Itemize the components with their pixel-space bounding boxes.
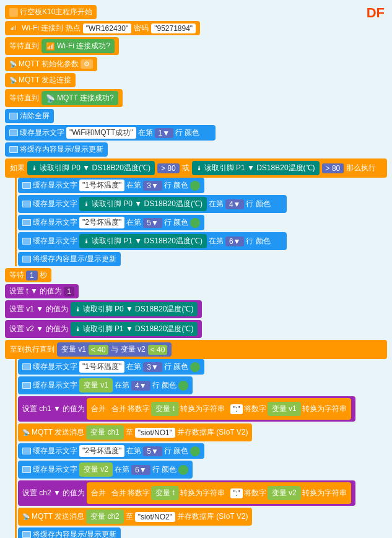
block-row-set-v2: 设置 v2 ▼ 的值为 🌡 读取引脚 P1 ▼ DS18B20温度(℃) — [5, 320, 387, 338]
var-v2-2[interactable]: 变量 v2 — [268, 486, 301, 500]
color-green5 — [190, 446, 200, 456]
screen-icon — [9, 113, 18, 119]
op-lt2: < 40 — [148, 345, 168, 355]
mqtt-icon4: 📡 — [22, 429, 30, 436]
color-green4 — [178, 381, 188, 391]
var-v1[interactable]: 变量 v1 — [79, 378, 113, 393]
set-ch1-block[interactable]: 设置 ch1 ▼ 的值为 合并 合并 将数字 变量 t 转换为字符串 ":" — [18, 396, 355, 422]
color-blue1 — [201, 128, 211, 138]
line-4: 4▼ — [225, 199, 245, 209]
loop-refresh-block[interactable]: 将缓存内容显示/显示更新 — [18, 527, 121, 538]
main-container: DF 行空板K10主程序开始 📶 Wi-Fi 连接到 热点 "WR162430"… — [0, 0, 392, 538]
wait-wifi-block[interactable]: 等待直到 📶 Wi-Fi 连接成功? — [5, 37, 119, 55]
block-row-mqtt-connect: 📡 MQTT 发起连接 — [5, 73, 387, 87]
line-6: 6▼ — [225, 236, 245, 246]
start-icon — [9, 8, 18, 17]
loop-display3[interactable]: 缓存显示文字 "2号坏温度" 在第 5▼ 行 颜色 — [18, 443, 204, 459]
wifi-success-block[interactable]: 📶 Wi-Fi 连接成功? — [41, 39, 115, 53]
if-display1[interactable]: 缓存显示文字 "1号坏温度" 在第 3▼ 行 颜色 — [18, 178, 204, 193]
block-row-set-t: 设置 t ▼ 的值为 1 — [5, 284, 387, 298]
line-3: 3▼ — [143, 181, 162, 191]
set-v2-block[interactable]: 设置 v2 ▼ 的值为 🌡 读取引脚 P1 ▼ DS18B20温度(℃) — [5, 320, 202, 338]
op-lt1: < 40 — [89, 345, 108, 355]
var-v2[interactable]: 变量 v2 — [79, 462, 113, 477]
if-block[interactable]: 如果 🌡 读取引脚 P0 ▼ DS18B20温度(℃) > 80 或 🌡 读取引… — [5, 158, 387, 178]
wifi-connect-block[interactable]: 📶 Wi-Fi 连接到 热点 "WR162430" 密码 "95271894" — [5, 21, 200, 35]
concat-inner2[interactable]: 合并 将数字 变量 t 转换为字符串 — [107, 484, 229, 502]
screen-icon4 — [22, 182, 31, 189]
mqtt-init-block[interactable]: 📡 MQTT 初始化参数 ⚙ — [5, 57, 97, 71]
refresh1-block[interactable]: 将缓存内容显示/显示更新 — [5, 142, 108, 157]
var-ch2[interactable]: 变量 ch2 — [86, 510, 124, 524]
line-5b: 5▼ — [143, 446, 162, 456]
set-v1-block[interactable]: 设置 v1 ▼ 的值为 🌡 读取引脚 P0 ▼ DS18B20温度(℃) — [5, 300, 202, 318]
concat-inner1[interactable]: 合并 将数字 变量 t 转换为字符串 — [107, 400, 229, 418]
loop-set-ch1: 设置 ch1 ▼ 的值为 合并 合并 将数字 变量 t 转换为字符串 ":" — [18, 396, 387, 422]
set-ch2-block[interactable]: 设置 ch2 ▼ 的值为 合并 合并 将数字 变量 t 转换为字符串 ":" — [18, 480, 355, 506]
mqtt-send2-block[interactable]: 📡 MQTT 发送消息 变量 ch2 至 "siot/NO2" 并存数据库 (S… — [18, 508, 252, 526]
line-4b: 4▼ — [131, 381, 150, 391]
block-row-display-wifi: 缓存显示文字 "WiFi和MQTT成功" 在第 1▼ 行 颜色 — [5, 125, 387, 141]
mqtt-icon2: 📡 — [9, 77, 17, 84]
wait1-block[interactable]: 等待 1 秒 — [5, 268, 51, 282]
topic2: "siot/NO2" — [135, 512, 175, 522]
loop-display2[interactable]: 缓存显示文字 变量 v1 在第 4▼ 行 颜色 — [18, 376, 193, 394]
var-t2[interactable]: 变量 t — [151, 486, 179, 500]
start-block[interactable]: 行空板K10主程序开始 — [5, 5, 97, 19]
wifi-str: "WiFi和MQTT成功" — [66, 127, 136, 139]
loop-display4[interactable]: 缓存显示文字 变量 v2 在第 6▼ 行 颜色 — [18, 461, 193, 479]
wait-mqtt-block[interactable]: 等待直到 📡 MQTT 连接成功? — [5, 89, 123, 107]
temp-val2[interactable]: 🌡 读取引脚 P1 ▼ DS18B20温度(℃) — [79, 234, 207, 248]
temp-cond1[interactable]: 🌡 读取引脚 P0 ▼ DS18B20温度(℃) — [27, 161, 155, 175]
var-ch1[interactable]: 变量 ch1 — [86, 425, 124, 440]
mqtt-connect-block[interactable]: 📡 MQTT 发起连接 — [5, 73, 76, 87]
temp-p1[interactable]: 🌡 读取引脚 P1 ▼ DS18B20温度(℃) — [71, 322, 198, 336]
ssid-value: "WR162430" — [83, 24, 132, 33]
if-refresh-block[interactable]: 将缓存内容显示/显示更新 — [18, 252, 121, 266]
loop-display1[interactable]: 缓存显示文字 "1号坏温度" 在第 3▼ 行 颜色 — [18, 359, 204, 375]
color-green6 — [178, 465, 188, 475]
colon2: ":" — [230, 488, 243, 498]
loop-container: 至到执行直到 变量 v1 < 40 与 变量 v2 < 40 缓存显示文字 "1… — [5, 340, 387, 538]
line-3b: 3▼ — [143, 362, 162, 372]
concat-block1[interactable]: 合并 合并 将数字 变量 t 转换为字符串 ":" 将数字 变量 v1 — [87, 398, 351, 420]
temp-p0[interactable]: 🌡 读取引脚 P0 ▼ DS18B20温度(℃) — [71, 302, 198, 316]
str-1hao: "1号坏温度" — [79, 180, 124, 191]
loop-cond[interactable]: 变量 v1 < 40 与 变量 v2 < 40 — [57, 342, 172, 357]
loop-refresh: 将缓存内容显示/显示更新 — [18, 527, 387, 538]
concat-block2[interactable]: 合并 合并 将数字 变量 t 转换为字符串 ":" 将数字 变量 v2 — [87, 482, 351, 504]
screen-icon2 — [9, 129, 18, 136]
display-wifi-block[interactable]: 缓存显示文字 "WiFi和MQTT成功" 在第 1▼ 行 颜色 — [5, 125, 216, 141]
if-display2[interactable]: 缓存显示文字 🌡 读取引脚 P0 ▼ DS18B20温度(℃) 在第 4▼ 行 … — [18, 195, 287, 213]
mqtt-success-block[interactable]: 📡 MQTT 连接成功? — [41, 91, 118, 105]
t-val: 1 — [64, 287, 74, 297]
clear-screen-block[interactable]: 清除全屏 — [5, 109, 54, 123]
var-t1[interactable]: 变量 t — [151, 402, 179, 416]
mqtt-icon5: 📡 — [22, 513, 30, 520]
str-1hao2: "1号坏温度" — [79, 361, 124, 373]
color-blue2 — [272, 199, 282, 209]
temp-cond2[interactable]: 🌡 读取引脚 P1 ▼ DS18B20温度(℃) — [192, 161, 320, 175]
if-row4: 缓存显示文字 🌡 读取引脚 P1 ▼ DS18B20温度(℃) 在第 6▼ 行 … — [18, 232, 387, 250]
line-num1: 1▼ — [155, 128, 174, 138]
color-blue3 — [272, 236, 282, 246]
set-t-block[interactable]: 设置 t ▼ 的值为 1 — [5, 284, 79, 298]
mqtt-send1-block[interactable]: 📡 MQTT 发送消息 变量 ch1 至 "siot/NO1" 并存数据库 (S… — [18, 423, 252, 441]
mqtt-icon: 📡 — [9, 61, 17, 67]
temp-val1[interactable]: 🌡 读取引脚 P0 ▼ DS18B20温度(℃) — [79, 197, 207, 211]
line-5: 5▼ — [143, 218, 162, 228]
block-row-wifi: 📶 Wi-Fi 连接到 热点 "WR162430" 密码 "95271894" — [5, 21, 387, 35]
if-display3[interactable]: 缓存显示文字 "2号坏温度" 在第 5▼ 行 颜色 — [18, 215, 204, 230]
if-display4[interactable]: 缓存显示文字 🌡 读取引脚 P1 ▼ DS18B20温度(℃) 在第 6▼ 行 … — [18, 232, 287, 250]
op2: > 80 — [322, 163, 344, 173]
gear-icon: ⚙ — [81, 59, 93, 69]
if-refresh: 将缓存内容显示/显示更新 — [18, 252, 387, 266]
screen-icon11 — [22, 448, 31, 454]
var-v1-2[interactable]: 变量 v1 — [268, 402, 301, 416]
loop-set-ch2: 设置 ch2 ▼ 的值为 合并 合并 将数字 变量 t 转换为字符串 ":" — [18, 480, 387, 506]
block-row-start: 行空板K10主程序开始 — [5, 5, 387, 19]
wifi-icon: 📶 — [9, 24, 19, 33]
loop-row2: 缓存显示文字 变量 v1 在第 4▼ 行 颜色 — [18, 376, 387, 394]
password-value: "95271894" — [151, 24, 196, 33]
loop-block[interactable]: 至到执行直到 变量 v1 < 40 与 变量 v2 < 40 — [5, 340, 387, 359]
